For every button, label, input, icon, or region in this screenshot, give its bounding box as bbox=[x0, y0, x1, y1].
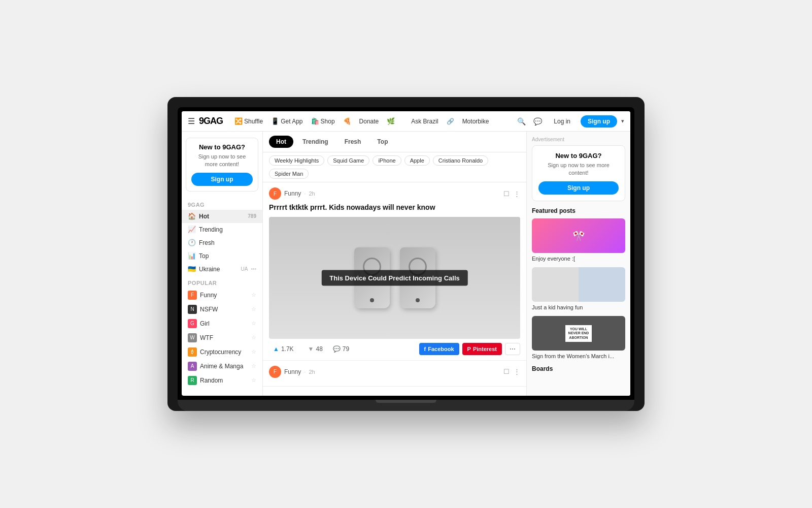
funny-star: ☆ bbox=[251, 292, 256, 298]
post-avatar-2: F bbox=[269, 366, 281, 378]
sidebar-item-nsfw[interactable]: N NSFW ☆ bbox=[182, 302, 262, 316]
featured-title-3: Sign from the Women's March i... bbox=[532, 353, 625, 360]
more-options-icon-2[interactable]: ⋮ bbox=[514, 368, 520, 375]
sidebar-item-crypto[interactable]: ₿ Cryptocurrency ☆ bbox=[182, 345, 262, 359]
comment-button[interactable]: 💬 79 bbox=[333, 345, 349, 353]
trending-icon: 📈 bbox=[188, 226, 196, 234]
sidebar-item-random[interactable]: R Random ☆ bbox=[182, 373, 262, 388]
anime-star: ☆ bbox=[251, 363, 256, 369]
search-icon[interactable]: 🔍 bbox=[515, 115, 527, 128]
upvote-icon: ▲ bbox=[273, 345, 279, 353]
tag-spiderman[interactable]: Spider Man bbox=[269, 169, 309, 179]
sidebar-signup-button[interactable]: Sign up bbox=[191, 173, 253, 186]
share-more-icon: ⋯ bbox=[510, 345, 516, 353]
crypto-star: ☆ bbox=[251, 348, 256, 355]
login-button[interactable]: Log in bbox=[548, 116, 577, 127]
laptop-frame: ☰ 9GAG 🔀 Shuffle 📱 Get App 🛍️ bbox=[167, 97, 645, 411]
tag-cristiano[interactable]: Cristiano Ronaldo bbox=[433, 155, 488, 166]
post-time-2: 2h bbox=[309, 369, 315, 375]
sidebar-item-anime[interactable]: A Anime & Manga ☆ bbox=[182, 359, 262, 373]
bookmark-icon[interactable]: ☐ bbox=[503, 190, 510, 198]
more-options-icon[interactable]: ⋮ bbox=[514, 190, 520, 198]
boards-label: Boards bbox=[532, 365, 625, 372]
sidebar-item-trending[interactable]: 📈 Trending bbox=[182, 223, 262, 236]
sidebar-signup-title: New to 9GAG? bbox=[191, 143, 253, 151]
random-star: ☆ bbox=[251, 377, 256, 384]
tag-apple[interactable]: Apple bbox=[404, 155, 430, 166]
tag-weekly-highlights[interactable]: Weekly Highlights bbox=[269, 155, 324, 166]
upvote-button[interactable]: ▲ 1.7K bbox=[269, 343, 298, 355]
navbar: ☰ 9GAG 🔀 Shuffle 📱 Get App 🛍️ bbox=[182, 111, 630, 132]
featured-post-2[interactable]: Just a kid having fun bbox=[532, 267, 625, 311]
signup-button[interactable]: Sign up bbox=[581, 115, 617, 128]
facebook-icon: f bbox=[424, 346, 426, 352]
bookmark-icon-2[interactable]: ☐ bbox=[503, 368, 510, 375]
post-author-name: Funny bbox=[284, 190, 301, 197]
tag-squid-game[interactable]: Squid Game bbox=[327, 155, 369, 166]
site-logo[interactable]: 9GAG bbox=[199, 116, 223, 126]
tag-iphone[interactable]: iPhone bbox=[373, 155, 401, 166]
nsfw-avatar: N bbox=[188, 305, 197, 314]
post-image-container: This Device Could Predict Incoming Calls bbox=[269, 217, 520, 339]
crypto-avatar: ₿ bbox=[188, 347, 197, 357]
share-more-button[interactable]: ⋯ bbox=[505, 343, 520, 355]
ukraine-flag-icon: 🇺🇦 bbox=[188, 265, 196, 273]
featured-post-1[interactable]: 🎌 Enjoy everyone :[ bbox=[532, 218, 625, 262]
sidebar-item-fresh[interactable]: 🕐 Fresh bbox=[182, 236, 262, 249]
post-header-actions-2: ☐ ⋮ bbox=[503, 368, 520, 375]
featured-post-3[interactable]: YOU WILLNEVER ENDABORTION Sign from the … bbox=[532, 316, 625, 360]
chat-icon[interactable]: 💬 bbox=[531, 115, 544, 128]
upvote-count: 1.7K bbox=[281, 345, 294, 353]
random-avatar: R bbox=[188, 376, 197, 385]
sidebar-item-top[interactable]: 📊 Top bbox=[182, 249, 262, 263]
tab-top[interactable]: Top bbox=[370, 136, 395, 148]
featured-title-1: Enjoy everyone :[ bbox=[532, 255, 625, 262]
sidebar-item-hot[interactable]: 🏠 Hot 789 bbox=[182, 210, 262, 223]
nav-ask-brazil[interactable] bbox=[399, 119, 407, 123]
laptop-base bbox=[178, 400, 634, 411]
nav-shop[interactable]: 🛍️ Shop bbox=[308, 115, 339, 127]
nav-shuffle[interactable]: 🔀 Shuffle bbox=[231, 115, 266, 127]
nav-get-app[interactable]: 📱 Get App bbox=[267, 115, 306, 127]
ad-signup-button[interactable]: Sign up bbox=[538, 181, 619, 195]
downvote-icon: ▼ bbox=[308, 345, 314, 353]
sidebar-item-ukraine[interactable]: 🇺🇦 Ukraine UA ••• bbox=[182, 263, 262, 276]
share-pinterest-button[interactable]: P Pinterest bbox=[462, 343, 502, 355]
share-facebook-button[interactable]: f Facebook bbox=[419, 343, 459, 355]
post-header-actions: ☐ ⋮ bbox=[503, 190, 520, 198]
sidebar-item-wtf[interactable]: W WTF ☆ bbox=[182, 331, 262, 345]
chevron-down-icon[interactable]: ▾ bbox=[621, 118, 624, 124]
nav-motorbike[interactable]: Motorbike bbox=[459, 116, 493, 127]
downvote-button[interactable]: ▼ 48 bbox=[304, 343, 327, 355]
tab-trending[interactable]: Trending bbox=[295, 136, 335, 148]
wtf-star: ☆ bbox=[251, 334, 256, 341]
post-card: F Funny · 2h ☐ ⋮ Prrrrt tktktk prrrt. Ki… bbox=[263, 182, 526, 361]
post-author-avatar: F bbox=[269, 187, 281, 200]
pizza-emoji: 🍕 bbox=[343, 117, 351, 125]
ad-signup-title: New to 9GAG? bbox=[538, 152, 619, 160]
shuffle-emoji: 🔀 bbox=[234, 117, 243, 125]
post-author-2: Funny bbox=[284, 368, 301, 375]
ad-signup-desc: Sign up now to see more content! bbox=[538, 162, 619, 177]
sidebar-section-9gag: 9GAG bbox=[182, 198, 262, 210]
nav-donate[interactable]: Donate bbox=[356, 116, 383, 127]
chart-icon: 📊 bbox=[188, 252, 196, 260]
category-tags: Weekly Highlights Squid Game iPhone Appl… bbox=[263, 152, 526, 182]
tab-hot[interactable]: Hot bbox=[269, 136, 293, 148]
sidebar-item-girl[interactable]: G Girl ☆ bbox=[182, 316, 262, 331]
right-sidebar: Advertisement New to 9GAG? Sign up now t… bbox=[526, 132, 630, 396]
main-layout: New to 9GAG? Sign up now to see more con… bbox=[182, 132, 630, 396]
nav-pizza[interactable]: 🍕 bbox=[340, 115, 355, 127]
clock-icon: 🕐 bbox=[188, 239, 196, 247]
ad-label: Advertisement bbox=[532, 137, 625, 142]
tab-fresh[interactable]: Fresh bbox=[337, 136, 368, 148]
feed-tabs: Hot Trending Fresh Top bbox=[263, 132, 526, 152]
hamburger-icon[interactable]: ☰ bbox=[188, 116, 195, 126]
nav-emojis[interactable]: 🔗 bbox=[443, 116, 458, 127]
sidebar-item-funny[interactable]: F Funny ☆ bbox=[182, 288, 262, 302]
post-header-2: F Funny · 2h ☐ ⋮ bbox=[269, 366, 520, 378]
nav-leaf[interactable]: 🌿 bbox=[383, 115, 398, 127]
home-icon: 🏠 bbox=[188, 212, 196, 220]
nav-ask-girls[interactable]: Ask Brazil bbox=[408, 116, 442, 127]
ad-signup-box: New to 9GAG? Sign up now to see more con… bbox=[532, 145, 625, 201]
